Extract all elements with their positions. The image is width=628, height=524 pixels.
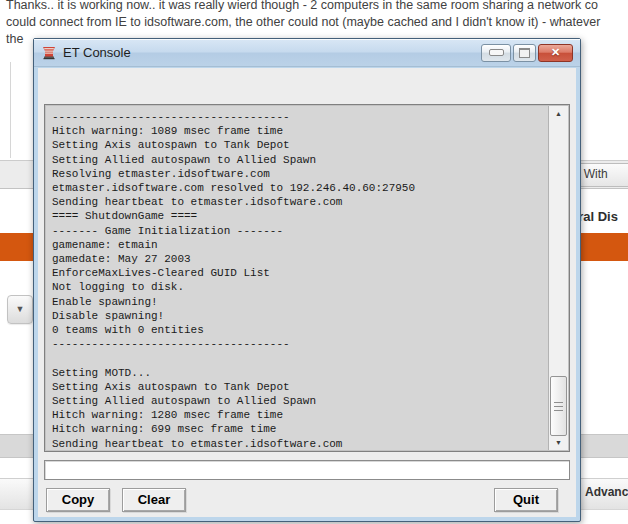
- et-game-icon: [41, 45, 57, 61]
- column-divider: [10, 62, 11, 158]
- post-text-line-1: Thanks.. it is working now.. it was real…: [6, 0, 598, 14]
- console-log-text: ------------------------------------ Hit…: [47, 107, 548, 449]
- caret-down-icon: ▼: [16, 304, 25, 314]
- console-output[interactable]: ------------------------------------ Hit…: [44, 104, 570, 452]
- minimize-icon: [489, 49, 504, 56]
- scroll-down-button[interactable]: ▼: [549, 435, 568, 450]
- window-client-area: ------------------------------------ Hit…: [38, 68, 576, 517]
- quit-button[interactable]: Quit: [494, 488, 558, 512]
- console-scrollbar[interactable]: ▲ ▼: [548, 106, 568, 450]
- maximize-icon: [519, 48, 530, 58]
- post-text-line-3: the: [6, 31, 23, 48]
- post-text-line-2: could connect from IE to idsoftware.com,…: [6, 14, 600, 31]
- close-button[interactable]: ✕: [538, 44, 573, 62]
- et-console-window: ET Console ✕ ---------------------------…: [33, 38, 581, 522]
- command-input[interactable]: [44, 460, 570, 480]
- maximize-button[interactable]: [513, 44, 536, 62]
- go-advanced-button[interactable]: Advanc: [585, 485, 628, 499]
- window-title: ET Console: [63, 45, 131, 60]
- copy-button[interactable]: Copy: [46, 488, 110, 512]
- window-titlebar[interactable]: ET Console ✕: [34, 39, 580, 67]
- scrollbar-grip-icon: [554, 402, 563, 411]
- dropdown-button[interactable]: ▼: [7, 295, 33, 324]
- close-icon: ✕: [551, 47, 560, 58]
- minimize-button[interactable]: [481, 44, 511, 62]
- scrollbar-thumb[interactable]: [550, 376, 567, 436]
- clear-button[interactable]: Clear: [122, 488, 186, 512]
- window-controls: ✕: [481, 44, 573, 62]
- arrow-up-icon: ▲: [555, 110, 562, 117]
- arrow-down-icon: ▼: [555, 439, 562, 446]
- scroll-up-button[interactable]: ▲: [549, 106, 568, 121]
